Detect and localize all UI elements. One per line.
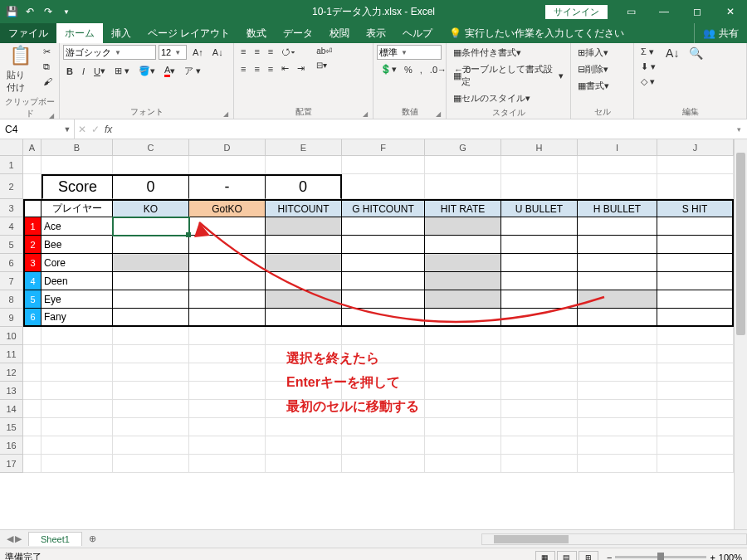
cell[interactable] [42, 400, 113, 418]
row-header[interactable]: 2 [0, 174, 23, 199]
italic-button[interactable]: I [79, 63, 88, 79]
cell[interactable] [113, 309, 189, 327]
cell[interactable] [501, 174, 578, 199]
cell[interactable] [113, 345, 189, 363]
cell[interactable] [501, 382, 578, 400]
qat-customize-icon[interactable]: ▼ [60, 5, 73, 18]
cell[interactable] [425, 254, 501, 272]
fill-icon[interactable]: ⬇ ▾ [637, 60, 659, 74]
cell[interactable] [189, 156, 266, 174]
cell[interactable] [42, 345, 113, 363]
cell[interactable] [113, 290, 189, 309]
cell[interactable] [189, 254, 266, 272]
row-header[interactable]: 7 [0, 272, 23, 290]
cell[interactable] [266, 363, 342, 382]
zoom-out-button[interactable]: − [607, 553, 612, 561]
align-center-icon[interactable]: ≡ [251, 61, 262, 75]
cell[interactable] [23, 199, 42, 217]
cell[interactable] [113, 156, 189, 174]
column-header[interactable]: C [113, 139, 189, 156]
vertical-scrollbar[interactable] [734, 139, 747, 529]
redo-icon[interactable]: ↷ [42, 5, 55, 18]
row-header[interactable]: 16 [0, 436, 23, 455]
share-button[interactable]: 👥共有 [694, 23, 747, 43]
cell[interactable] [501, 418, 578, 436]
row-header[interactable]: 15 [0, 418, 23, 436]
cell[interactable] [189, 400, 266, 418]
cell[interactable] [342, 290, 425, 309]
cell[interactable] [578, 290, 657, 309]
cell[interactable] [578, 272, 657, 290]
cell[interactable] [342, 455, 425, 473]
cell[interactable] [113, 382, 189, 400]
cell[interactable] [578, 156, 657, 174]
cell[interactable] [266, 254, 342, 272]
cell[interactable] [342, 345, 425, 363]
cell[interactable] [189, 236, 266, 254]
cell[interactable] [657, 254, 734, 272]
cell[interactable] [501, 272, 578, 290]
cell[interactable] [189, 455, 266, 473]
autosum-icon[interactable]: Σ ▾ [637, 45, 659, 59]
cell[interactable] [342, 309, 425, 327]
cell[interactable] [113, 272, 189, 290]
cell[interactable] [501, 400, 578, 418]
column-header[interactable]: I [578, 139, 657, 156]
name-box[interactable]: C4▼ [0, 119, 75, 139]
number-format-select[interactable]: 標準▼ [377, 45, 442, 60]
row-header[interactable]: 9 [0, 309, 23, 327]
cell[interactable]: 0 [266, 174, 342, 199]
cell[interactable] [501, 363, 578, 382]
cell[interactable] [23, 436, 42, 455]
cell[interactable] [342, 363, 425, 382]
cell[interactable] [578, 254, 657, 272]
clear-icon[interactable]: ◇ ▾ [637, 75, 659, 89]
column-header[interactable]: F [342, 139, 425, 156]
cell[interactable] [189, 309, 266, 327]
cell[interactable] [266, 309, 342, 327]
cell[interactable]: GotKO [189, 199, 266, 217]
enter-icon[interactable]: ✓ [91, 124, 100, 135]
align-left-icon[interactable]: ≡ [237, 61, 249, 75]
cell[interactable] [266, 382, 342, 400]
cell[interactable] [425, 418, 501, 436]
cell[interactable]: 5 [23, 290, 42, 309]
tab-data[interactable]: データ [275, 23, 321, 43]
cell[interactable] [501, 236, 578, 254]
cell[interactable]: 3 [23, 254, 42, 272]
format-cells-button[interactable]: ▦ 書式 ▾ [574, 78, 613, 94]
select-all-button[interactable] [0, 139, 23, 156]
column-header[interactable]: E [266, 139, 342, 156]
align-right-icon[interactable]: ≡ [265, 61, 276, 75]
cell[interactable] [23, 174, 42, 199]
cell[interactable]: 1 [23, 217, 42, 236]
cell[interactable] [113, 254, 189, 272]
cell[interactable]: Eye [42, 290, 113, 309]
cell[interactable]: Fany [42, 309, 113, 327]
sort-filter-icon[interactable]: A↓ [662, 45, 682, 61]
cell[interactable] [113, 418, 189, 436]
row-header[interactable]: 12 [0, 363, 23, 382]
copy-icon[interactable]: ⧉ [40, 60, 56, 74]
tab-formulas[interactable]: 数式 [238, 23, 275, 43]
close-button[interactable]: ✕ [714, 0, 747, 23]
column-header[interactable]: B [42, 139, 113, 156]
cell[interactable] [266, 436, 342, 455]
tab-view[interactable]: 表示 [358, 23, 394, 43]
zoom-slider[interactable] [615, 556, 706, 558]
formula-input[interactable] [115, 119, 730, 139]
cell[interactable] [425, 272, 501, 290]
row-header[interactable]: 5 [0, 236, 23, 254]
tab-layout[interactable]: ページ レイアウト [139, 23, 238, 43]
cell[interactable] [113, 217, 189, 236]
paste-icon[interactable]: 📋 [9, 45, 32, 66]
cell[interactable] [266, 272, 342, 290]
delete-cells-button[interactable]: ⊟ 削除 ▾ [574, 61, 612, 77]
cell[interactable] [342, 254, 425, 272]
expand-formula-icon[interactable]: ▾ [730, 119, 747, 139]
cell[interactable] [42, 156, 113, 174]
align-top-icon[interactable]: ≡ [237, 45, 249, 58]
cell[interactable] [23, 345, 42, 363]
cell[interactable]: KO [113, 199, 189, 217]
cell[interactable] [425, 436, 501, 455]
